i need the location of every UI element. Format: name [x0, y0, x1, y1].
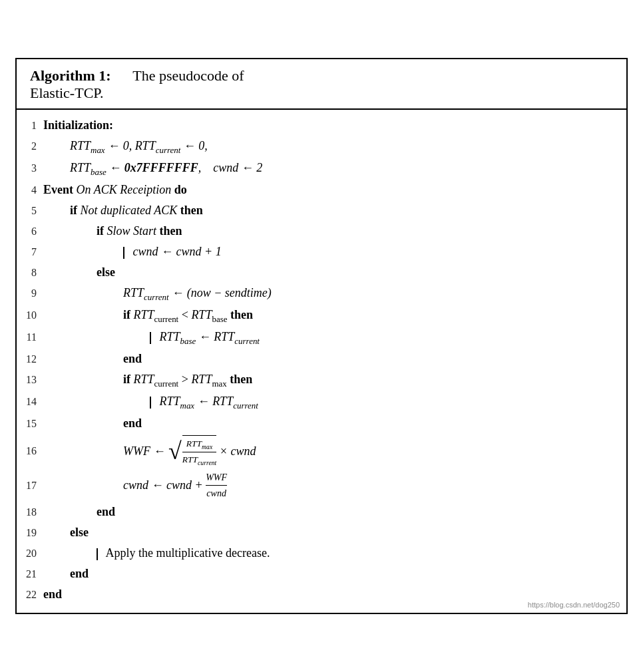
line-20: 20 Apply the multiplicative decrease.: [17, 543, 626, 564]
line-13-content: if RTTcurrent > RTTmax then: [43, 371, 626, 390]
line-16-content: WWF ← √ RTTmax RTTcurrent × cwnd: [43, 435, 626, 468]
line-7-content: cwnd ← cwnd + 1: [43, 243, 626, 261]
line-11-content: RTTbase ← RTTcurrent: [43, 328, 626, 347]
line-18: 18 end: [17, 502, 626, 522]
line-num-11: 11: [17, 329, 43, 345]
line-num-4: 4: [17, 182, 43, 198]
line-num-19: 19: [17, 525, 43, 541]
line-15: 15 end: [17, 413, 626, 434]
line-5-content: if Not duplicated ACK then: [43, 202, 626, 220]
line-20-content: Apply the multiplicative decrease.: [43, 544, 626, 562]
watermark: https://blog.csdn.net/dog250: [528, 601, 620, 609]
line-8-content: else: [43, 263, 626, 281]
line-num-9: 9: [17, 285, 43, 301]
line-12-content: end: [43, 350, 626, 368]
line-6-content: if Slow Start then: [43, 222, 626, 240]
line-14: 14 RTTmax ← RTTcurrent: [17, 391, 626, 413]
line-num-7: 7: [17, 244, 43, 260]
line-num-18: 18: [17, 504, 43, 520]
line-num-22: 22: [17, 587, 43, 603]
line-14-content: RTTmax ← RTTcurrent: [43, 393, 626, 412]
line-19: 19 else: [17, 522, 626, 543]
algorithm-label: Algorithm 1:: [30, 67, 111, 84]
algorithm-subtitle-part2: Elastic-TCP.: [30, 84, 104, 101]
line-3-content: RTTbase ← 0x7FFFFFFF, cwnd ← 2: [43, 159, 626, 178]
line-13: 13 if RTTcurrent > RTTmax then: [17, 369, 626, 391]
line-2: 2 RTTmax ← 0, RTTcurrent ← 0,: [17, 136, 626, 158]
line-19-content: else: [43, 524, 626, 542]
line-num-16: 16: [17, 443, 43, 459]
line-11: 11 RTTbase ← RTTcurrent: [17, 327, 626, 349]
line-10: 10 if RTTcurrent < RTTbase then: [17, 305, 626, 327]
line-21: 21 end: [17, 564, 626, 584]
line-3: 3 RTTbase ← 0x7FFFFFFF, cwnd ← 2: [17, 158, 626, 180]
line-17-content: cwnd ← cwnd + WWF cwnd: [43, 470, 626, 500]
line-12: 12 end: [17, 349, 626, 369]
algorithm-body: 1 Initialization: 2 RTTmax ← 0, RTTcurre…: [17, 110, 626, 613]
line-6: 6 if Slow Start then: [17, 221, 626, 242]
line-21-content: end: [43, 565, 626, 583]
line-num-3: 3: [17, 160, 43, 176]
line-num-12: 12: [17, 351, 43, 367]
line-16: 16 WWF ← √ RTTmax RTTcurrent × cwnd: [17, 434, 626, 470]
line-10-content: if RTTcurrent < RTTbase then: [43, 306, 626, 325]
line-num-21: 21: [17, 566, 43, 582]
algorithm-header: Algorithm 1: The pseudocode of Elastic-T…: [17, 59, 626, 110]
line-7: 7 cwnd ← cwnd + 1: [17, 242, 626, 262]
line-5: 5 if Not duplicated ACK then: [17, 200, 626, 221]
line-num-1: 1: [17, 118, 43, 134]
line-num-13: 13: [17, 372, 43, 388]
algorithm-container: Algorithm 1: The pseudocode of Elastic-T…: [15, 58, 628, 615]
line-2-content: RTTmax ← 0, RTTcurrent ← 0,: [43, 137, 626, 156]
line-1: 1 Initialization:: [17, 115, 626, 136]
line-num-2: 2: [17, 138, 43, 154]
line-num-5: 5: [17, 203, 43, 219]
line-8: 8 else: [17, 262, 626, 283]
line-num-14: 14: [17, 394, 43, 410]
line-1-content: Initialization:: [43, 116, 626, 134]
line-9-content: RTTcurrent ← (now − sendtime): [43, 284, 626, 303]
line-15-content: end: [43, 415, 626, 432]
line-num-17: 17: [17, 478, 43, 494]
line-18-content: end: [43, 503, 626, 521]
line-num-15: 15: [17, 416, 43, 432]
line-num-20: 20: [17, 546, 43, 562]
line-num-8: 8: [17, 265, 43, 281]
line-num-6: 6: [17, 224, 43, 240]
line-17: 17 cwnd ← cwnd + WWF cwnd: [17, 469, 626, 502]
algorithm-subtitle-part1: The pseudocode of: [132, 67, 244, 84]
line-9: 9 RTTcurrent ← (now − sendtime): [17, 283, 626, 305]
line-4-content: Event On ACK Receiption do: [43, 181, 626, 199]
line-4: 4 Event On ACK Receiption do: [17, 180, 626, 200]
line-num-10: 10: [17, 307, 43, 323]
